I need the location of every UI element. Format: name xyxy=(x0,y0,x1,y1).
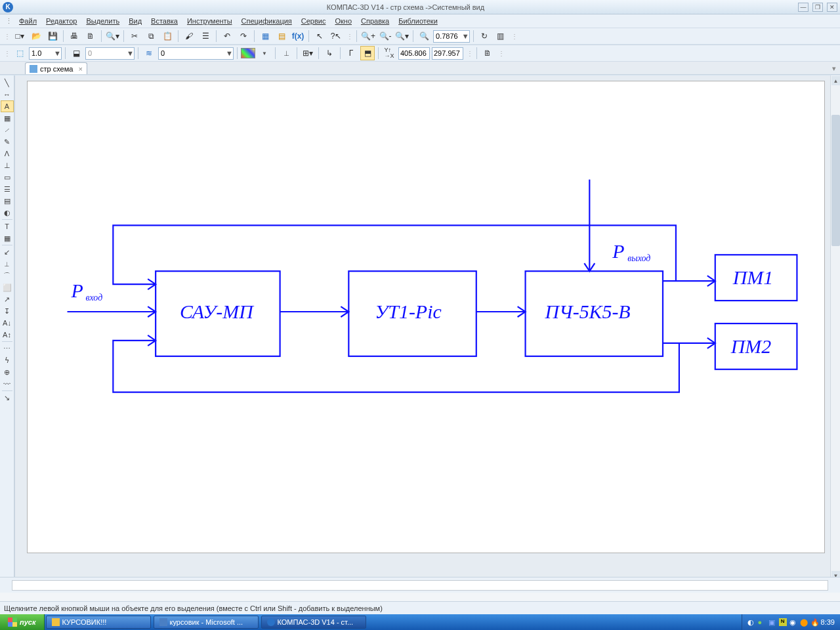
library-button[interactable]: ▤ xyxy=(274,29,289,43)
tray-icon[interactable]: ◐ xyxy=(747,618,755,626)
taskbar-item-word[interactable]: курсовик - Microsoft ... xyxy=(154,616,259,629)
dim-tool[interactable]: ↔ xyxy=(1,89,14,100)
menu-tools[interactable]: Инструменты xyxy=(183,16,236,26)
minimize-button[interactable]: ― xyxy=(798,3,808,12)
menu-service[interactable]: Сервис xyxy=(297,16,330,26)
index-a-tool[interactable]: А↓ xyxy=(1,317,14,329)
grip-icon[interactable]: ⋮ xyxy=(3,50,10,57)
tray-icon[interactable]: ▣ xyxy=(768,618,776,626)
copy-button[interactable]: ⧉ xyxy=(144,29,158,43)
scroll-up-icon[interactable]: ▲ xyxy=(831,76,840,85)
brush-button[interactable]: 🖌 xyxy=(182,29,196,43)
grip-icon[interactable]: ⋮ xyxy=(3,33,10,40)
grid-button[interactable]: ⊞▾ xyxy=(301,46,315,60)
insert-tool[interactable]: ◐ xyxy=(1,207,14,219)
mark-tool[interactable]: ↗ xyxy=(1,293,14,305)
refresh-button[interactable]: ↻ xyxy=(477,29,492,43)
color-button[interactable] xyxy=(241,48,255,58)
maximize-button[interactable]: ❐ xyxy=(812,3,823,12)
rough-tool[interactable]: ⟋ xyxy=(1,124,14,136)
taskbar-item-folder[interactable]: КУРСОВИК!!! xyxy=(46,616,151,629)
arc-note-tool[interactable]: ⌒ xyxy=(1,270,14,282)
spec-tool[interactable]: ☰ xyxy=(1,183,14,195)
grip-icon[interactable]: ⋮ xyxy=(345,33,353,40)
line-tool[interactable]: ╲ xyxy=(1,77,14,89)
menu-libraries[interactable]: Библиотеки xyxy=(394,16,442,26)
manager-button[interactable]: ▦ xyxy=(258,29,272,43)
grip-icon[interactable]: ⋮ xyxy=(497,50,505,57)
menu-help[interactable]: Справка xyxy=(357,16,393,26)
menu-file[interactable]: Файл xyxy=(15,16,41,26)
command-input[interactable] xyxy=(12,580,828,591)
coord-x-field[interactable] xyxy=(398,47,430,60)
window-list-button[interactable]: ▥ xyxy=(494,29,508,43)
dims-button[interactable]: ⟂ xyxy=(279,46,293,60)
table-tool[interactable]: ▦ xyxy=(1,232,14,244)
new-button[interactable]: □▾ xyxy=(12,29,27,43)
taskbar-item-kompas[interactable]: КОМПАС-3D V14 - ст... xyxy=(261,616,366,629)
coord-y-field[interactable] xyxy=(432,47,463,60)
menu-select[interactable]: Выделить xyxy=(82,16,123,26)
wave-tool[interactable]: 〰 xyxy=(1,378,14,390)
hatch-tool[interactable]: ▦ xyxy=(1,112,14,124)
zoom-area-button[interactable]: 🔍▾ xyxy=(394,29,410,43)
tray-icon[interactable]: ⬤ xyxy=(800,618,808,626)
grip-icon[interactable]: ⋮ xyxy=(510,33,518,40)
cut-button[interactable]: ✂ xyxy=(127,29,142,43)
print-button[interactable]: 🖶 xyxy=(67,29,81,43)
tab-schema[interactable]: стр схема × xyxy=(25,62,87,74)
bolt-tool[interactable]: ϟ xyxy=(1,354,14,366)
tray-icon[interactable]: ◉ xyxy=(789,618,797,626)
snap-round-button[interactable]: ⬒ xyxy=(360,46,375,60)
open-button[interactable]: 📂 xyxy=(29,29,43,43)
select-tool[interactable]: ▭ xyxy=(1,171,14,183)
print-preview-button[interactable]: 🗎 xyxy=(83,29,98,43)
menu-window[interactable]: Окно xyxy=(331,16,356,26)
grip-icon[interactable]: ⋮ xyxy=(465,50,473,57)
undo-button[interactable]: ↶ xyxy=(220,29,234,43)
tray-icon[interactable]: 🔥 xyxy=(810,618,818,626)
zoom-fit-button[interactable]: 🔍 xyxy=(417,29,431,43)
zoom-out-button[interactable]: 🔍- xyxy=(378,29,392,43)
datum-tool[interactable]: ⬜ xyxy=(1,282,14,293)
preview-button[interactable]: 🔍▾ xyxy=(105,29,120,43)
vertical-scrollbar[interactable]: ▲ ▼ xyxy=(830,75,840,581)
ortho-button[interactable]: Γ xyxy=(344,46,358,60)
level-tool[interactable]: ↧ xyxy=(1,305,14,317)
zoom-combo[interactable]: 0.7876▼ xyxy=(433,30,470,43)
color-dropdown[interactable]: ▼ xyxy=(257,46,272,60)
text-tool[interactable]: A xyxy=(1,100,14,112)
zoom-in-button[interactable]: 🔍+ xyxy=(360,29,376,43)
properties-button[interactable]: ☰ xyxy=(198,29,213,43)
start-button[interactable]: пуск xyxy=(0,614,45,630)
tab-close-icon[interactable]: × xyxy=(78,65,82,73)
tray-icon[interactable]: ● xyxy=(758,618,766,626)
linestyle-button[interactable]: ≋ xyxy=(142,46,156,60)
center-tool[interactable]: ⊕ xyxy=(1,366,14,378)
edit-tool[interactable]: ✎ xyxy=(1,136,14,148)
baseline-tool[interactable]: ⟂ xyxy=(1,258,14,270)
paste-button[interactable]: 📋 xyxy=(160,29,175,43)
grip-icon[interactable]: ⋮ xyxy=(4,17,14,26)
clock[interactable]: 8:39 xyxy=(821,618,835,626)
report-tool[interactable]: ▤ xyxy=(1,195,14,207)
scale-combo[interactable]: 1.0▼ xyxy=(29,47,62,60)
ellipsis-tool[interactable]: ⋯ xyxy=(1,343,14,354)
system-tray[interactable]: ◐ ● ▣ N ◉ ⬤ 🔥 8:39 xyxy=(742,614,840,630)
variables-button[interactable]: f(x) xyxy=(291,29,305,43)
scroll-thumb[interactable] xyxy=(831,115,840,246)
style-combo[interactable]: 0▼ xyxy=(158,47,234,60)
text-t-tool[interactable]: T xyxy=(1,220,14,232)
layers-button[interactable]: ⬓ xyxy=(69,46,83,60)
pointer-button[interactable]: ↖ xyxy=(312,29,327,43)
tray-icon[interactable]: N xyxy=(779,618,787,626)
menu-insert[interactable]: Вставка xyxy=(147,16,182,26)
index-ab-tool[interactable]: А↕ xyxy=(1,329,14,341)
save-button[interactable]: 💾 xyxy=(45,29,60,43)
layer-combo[interactable]: 0▼ xyxy=(85,47,135,60)
tab-menu-icon[interactable]: ▾ xyxy=(828,63,840,74)
drawing-canvas[interactable]: P вход P выход САУ-МП УТ1-Pic ПЧ-5К5-В П… xyxy=(27,81,825,553)
leader-tool[interactable]: ↙ xyxy=(1,246,14,258)
snap-button[interactable]: ↳ xyxy=(322,46,337,60)
help-pointer-button[interactable]: ?↖ xyxy=(329,29,343,43)
